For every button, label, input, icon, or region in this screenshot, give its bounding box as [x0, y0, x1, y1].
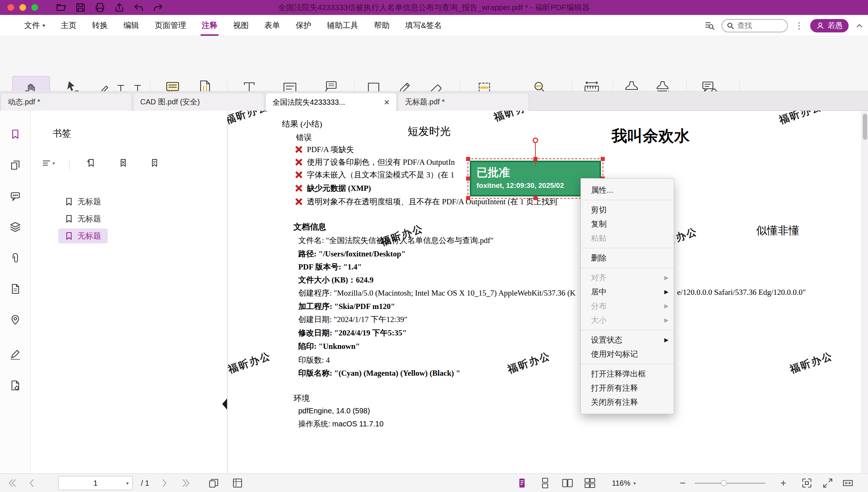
- bookmarks-panel-icon[interactable]: [10, 129, 21, 140]
- facing-view-icon[interactable]: [562, 477, 573, 489]
- watermark: 福昕办公: [777, 111, 824, 127]
- zoom-slider-thumb[interactable]: [721, 480, 727, 486]
- context-menu-item-cut[interactable]: 剪切: [581, 203, 674, 217]
- attachments-panel-icon[interactable]: [10, 252, 21, 264]
- bookmark-icon: [65, 232, 73, 240]
- fit-page-icon[interactable]: [801, 477, 812, 489]
- bookmark-item-selected[interactable]: 无标题: [58, 228, 108, 243]
- menu-form[interactable]: 表单: [257, 15, 288, 36]
- previous-view-icon[interactable]: [208, 477, 219, 489]
- search-menus-icon[interactable]: [704, 20, 715, 31]
- add-bookmark-button[interactable]: [87, 158, 96, 168]
- context-menu-item-close-all[interactable]: 关闭所有注释: [581, 395, 674, 409]
- page-number-box[interactable]: ▾: [58, 476, 133, 490]
- menu-help[interactable]: 帮助: [366, 15, 397, 36]
- doc-info-line: 文件大小 (KB)：624.9: [298, 275, 374, 285]
- document-tab-active[interactable]: 全国法院失4233333...×: [265, 93, 397, 111]
- page-number-input[interactable]: [59, 479, 132, 488]
- menu-protect[interactable]: 保护: [288, 15, 319, 36]
- context-menu-item-copy[interactable]: 复制: [581, 217, 674, 231]
- more-options-icon[interactable]: ⋮: [795, 20, 803, 31]
- chevron-down-icon: ▾: [53, 161, 55, 166]
- resize-handle-w[interactable]: [466, 177, 470, 181]
- menu-accessibility[interactable]: 辅助工具: [319, 15, 366, 36]
- resize-handle-sw[interactable]: [466, 196, 470, 200]
- chevron-down-icon: ▾: [126, 480, 129, 486]
- facing-continuous-view-icon[interactable]: [584, 477, 595, 489]
- close-tab-icon[interactable]: ×: [384, 97, 390, 107]
- resize-handle-s[interactable]: [534, 196, 538, 200]
- context-menu-item-open-all[interactable]: 打开所有注释: [581, 381, 674, 395]
- submenu-arrow-icon: ▶: [664, 288, 669, 295]
- menu-page-management[interactable]: 页面管理: [147, 15, 194, 36]
- bookmark-list: 无标题 无标题 无标题: [58, 194, 108, 243]
- titlebar: 全国法院失4233333信被执行人名单信息公布与查询_报告_wrapper.pd…: [0, 0, 868, 15]
- context-menu-item-checkmark[interactable]: 使用对勾标记: [581, 347, 674, 361]
- fit-width-icon[interactable]: [842, 477, 853, 489]
- bookmark-options-button[interactable]: ▾: [42, 158, 55, 168]
- delete-bookmark-button[interactable]: [119, 158, 128, 168]
- menu-convert[interactable]: 转换: [84, 15, 116, 36]
- menu-home[interactable]: 主页: [53, 15, 84, 36]
- env-line: 操作系统: macOS 11.7.10: [298, 419, 384, 429]
- expand-bookmark-button[interactable]: [150, 158, 159, 168]
- vertical-scrollbar[interactable]: [861, 111, 868, 473]
- collapse-panel-button[interactable]: [222, 398, 227, 410]
- comments-panel-icon[interactable]: [10, 190, 21, 202]
- last-page-icon[interactable]: [180, 477, 192, 489]
- bookmarks-toolbar: ▾: [31, 158, 227, 171]
- bookmark-item[interactable]: 无标题: [58, 211, 108, 226]
- resize-handle-ne[interactable]: [601, 157, 605, 161]
- menu-fill-sign[interactable]: 填写&签名: [397, 15, 450, 36]
- document-tab[interactable]: 动态.pdf *: [1, 93, 132, 111]
- resize-handle-n[interactable]: [534, 157, 538, 161]
- signatures-panel-icon[interactable]: [10, 349, 21, 360]
- zoom-in-button[interactable]: +: [780, 478, 786, 488]
- zoom-out-button[interactable]: −: [680, 478, 686, 488]
- destinations-panel-icon[interactable]: [10, 314, 21, 325]
- security-panel-icon[interactable]: [10, 380, 21, 391]
- previous-page-icon[interactable]: [26, 477, 37, 489]
- find-input[interactable]: [737, 21, 778, 30]
- zoom-level-button[interactable]: 116% ▾: [612, 479, 636, 488]
- page-thumbnails-icon[interactable]: [10, 160, 21, 171]
- page-text: 我叫余欢水: [611, 126, 690, 146]
- menubar: 文件▾ 主页 转换 编辑 页面管理 注释 视图 表单 保护 辅助工具 帮助 填写…: [0, 15, 868, 36]
- continuous-view-icon[interactable]: [540, 477, 551, 489]
- statusbar: ▾ / 1 116% ▾ − +: [0, 473, 868, 492]
- articles-panel-icon[interactable]: [10, 283, 21, 294]
- context-menu-item-center[interactable]: 居中▶: [581, 285, 674, 299]
- context-menu-item-set-status[interactable]: 设置状态▶: [581, 333, 674, 347]
- context-menu-item-open-popup[interactable]: 打开注释弹出框: [581, 367, 674, 381]
- list-menu-icon: [42, 158, 51, 168]
- bookmark-item[interactable]: 无标题: [58, 194, 108, 209]
- document-tab[interactable]: 无标题.pdf *: [398, 93, 529, 111]
- error-line: 字体未嵌入（且文本渲染模式不是 3）(在 1: [307, 170, 455, 180]
- document-viewport[interactable]: 福昕办公 福昕办公 福昕办公 福昕办公 福昕办公 福昕办公 福昕办公 福昕办公 …: [227, 111, 868, 473]
- rotate-handle[interactable]: [533, 138, 538, 143]
- find-search-box[interactable]: [721, 19, 788, 32]
- next-view-icon[interactable]: [232, 477, 243, 489]
- resize-handle-nw[interactable]: [466, 157, 470, 161]
- user-account-button[interactable]: 若愚: [810, 19, 849, 32]
- menu-view[interactable]: 视图: [225, 15, 257, 36]
- zoom-slider[interactable]: [695, 483, 765, 484]
- single-page-view-icon[interactable]: [516, 477, 528, 489]
- menu-file[interactable]: 文件▾: [16, 15, 53, 36]
- bookmark-icon: [65, 215, 73, 223]
- submenu-arrow-icon: ▶: [664, 317, 669, 324]
- document-tab[interactable]: CAD 图.pdf (安全): [133, 93, 264, 111]
- watermark: 福昕办公: [227, 111, 270, 127]
- fullscreen-icon[interactable]: [822, 477, 833, 489]
- context-menu-item-properties[interactable]: 属性...: [581, 183, 674, 197]
- collapse-ribbon-icon[interactable]: [855, 22, 864, 30]
- menu-edit[interactable]: 编辑: [116, 15, 147, 36]
- page-total-label: / 1: [141, 479, 149, 488]
- next-page-icon[interactable]: [159, 477, 170, 489]
- first-page-icon[interactable]: [7, 477, 18, 489]
- menu-comment[interactable]: 注释: [194, 15, 225, 36]
- scrollbar-thumb[interactable]: [863, 114, 867, 140]
- context-menu-item-delete[interactable]: 删除: [581, 251, 674, 265]
- bookmarks-panel: 书签 ▾ 无标题: [31, 111, 227, 473]
- layers-panel-icon[interactable]: [10, 221, 21, 233]
